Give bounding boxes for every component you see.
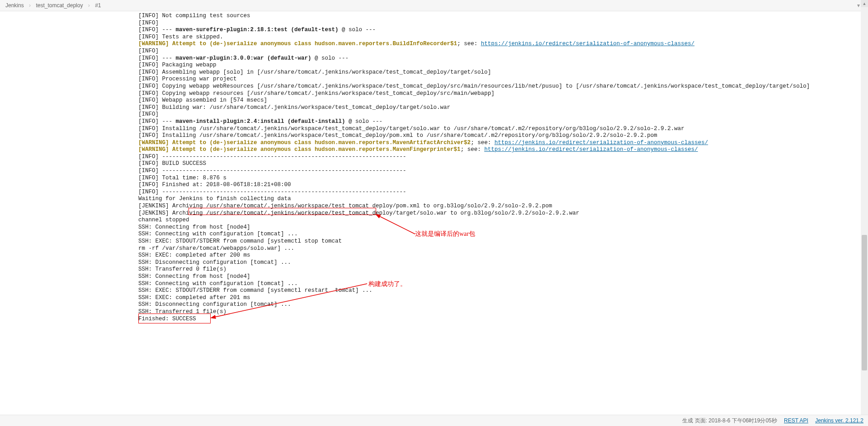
chevron-right-icon: › (29, 2, 31, 9)
breadcrumb-root[interactable]: Jenkins (5, 2, 24, 9)
chevron-right-icon: › (88, 2, 90, 9)
console-text: [INFO] Not compiling test sources [INFO]… (138, 13, 868, 323)
annotation-text-war: 这就是编译后的war包 (415, 230, 475, 238)
footer-generated: 生成 页面: 2018-8-6 下午06时19分05秒 (682, 417, 777, 424)
jenkins-version-link[interactable]: Jenkins ver. 2.121.2 (815, 417, 863, 424)
breadcrumb: Jenkins › test_tomcat_deploy › #1 ▾ (0, 0, 868, 11)
breadcrumb-build[interactable]: #1 (95, 2, 101, 9)
rest-api-link[interactable]: REST API (784, 417, 808, 424)
scroll-up-icon[interactable]: ▲ (861, 0, 868, 7)
console-output: [INFO] Not compiling test sources [INFO]… (138, 13, 868, 414)
annotation-text-success: 构建成功了。 (368, 280, 406, 288)
scrollbar-vertical[interactable]: ▲ ▼ (861, 0, 868, 426)
breadcrumb-job[interactable]: test_tomcat_deploy (36, 2, 83, 9)
scroll-thumb[interactable] (862, 235, 867, 370)
page-footer: 生成 页面: 2018-8-6 下午06时19分05秒 REST API Jen… (0, 415, 868, 426)
